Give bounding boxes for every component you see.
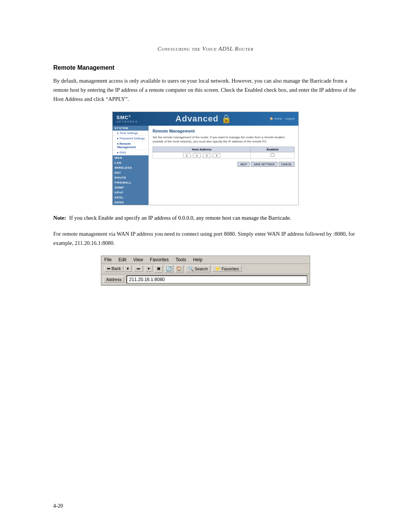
router-sidebar: SYSTEM ▸ Time Settings ▸ Password Settin… bbox=[113, 126, 149, 205]
router-screenshot: SMC® NETWORKS Advanced 🔒 🏠 Home Logout S… bbox=[112, 112, 299, 205]
browser-menubar: File Edit View Favorites Tools Help bbox=[101, 256, 310, 264]
nat-section-header: NAT bbox=[113, 170, 148, 175]
back-button[interactable]: ⬅ Back bbox=[104, 265, 124, 272]
chapter-title: Configuring the Voice ADSL Router bbox=[53, 46, 358, 52]
host-address-header: Host Address bbox=[153, 147, 251, 152]
refresh-icon[interactable]: 🔄 bbox=[165, 265, 173, 273]
ip-dot-1: . bbox=[191, 154, 192, 157]
section-heading: Remote Management bbox=[53, 64, 358, 71]
forward-dropdown[interactable]: ▾ bbox=[145, 265, 153, 272]
ip-octet-4[interactable] bbox=[213, 153, 220, 158]
chapter-title-text: Configuring the Voice ADSL Router bbox=[158, 46, 253, 52]
ip-octet-3[interactable] bbox=[203, 153, 210, 158]
page-container: Configuring the Voice ADSL Router Remote… bbox=[0, 0, 411, 532]
note-text: If you check Enable and specify an IP ad… bbox=[69, 214, 291, 223]
firewall-section-header: FIREWALL bbox=[113, 180, 148, 185]
page-number: 4-20 bbox=[53, 503, 63, 509]
paragraph-2: For remote management via WAN IP address… bbox=[53, 230, 358, 248]
smc-networks: NETWORKS bbox=[116, 120, 138, 123]
menu-file[interactable]: File bbox=[104, 257, 112, 262]
enabled-cell bbox=[251, 152, 295, 159]
ip-octet-1[interactable] bbox=[183, 153, 191, 158]
ddns-section-header: DDNS bbox=[113, 200, 148, 205]
search-label: Search bbox=[195, 267, 208, 271]
router-content: Remote Management Set the remote managem… bbox=[149, 126, 298, 205]
search-icon: 🔍 bbox=[188, 266, 194, 272]
browser-address-bar: Address bbox=[101, 274, 310, 285]
cancel-button[interactable]: CANCEL bbox=[279, 162, 295, 167]
sidebar-password-settings[interactable]: ▸ Password Settings bbox=[113, 136, 148, 141]
router-body: SYSTEM ▸ Time Settings ▸ Password Settin… bbox=[113, 126, 298, 205]
snmp-section-header: SNMP bbox=[113, 185, 148, 190]
paragraph-1: By default, management access is only av… bbox=[53, 77, 358, 104]
home-icon[interactable]: 🏠 bbox=[175, 265, 183, 273]
sidebar-time-settings[interactable]: ▸ Time Settings bbox=[113, 131, 148, 136]
host-address-table: Host Address Enabled . . bbox=[153, 147, 295, 159]
forward-button[interactable]: ⮕ bbox=[134, 266, 143, 272]
lan-section-header: LAN bbox=[113, 160, 148, 165]
home-link[interactable]: 🏠 Home bbox=[269, 117, 282, 120]
wireless-section-header: WIRELESS bbox=[113, 165, 148, 170]
note-section: Note: If you check Enable and specify an… bbox=[53, 214, 358, 223]
content-description: Set the remote management of the router.… bbox=[153, 135, 295, 144]
browser-toolbar: ⬅ Back ▾ ⮕ ▾ ✖ 🔄 🏠 🔍 Search ⭐ Favorites bbox=[101, 264, 310, 274]
back-button-group: ⬅ Back ▾ bbox=[104, 265, 132, 272]
content-buttons: HELP SAVE SETTINGS CANCEL bbox=[153, 162, 295, 167]
ip-dot-3: . bbox=[211, 154, 212, 157]
back-dropdown[interactable]: ▾ bbox=[124, 265, 132, 272]
sidebar-dns[interactable]: ▸ DNS bbox=[113, 150, 148, 155]
ip-field-group: . . . bbox=[155, 153, 249, 158]
wan-section-header: WAN bbox=[113, 155, 148, 160]
upnp-section-header: UPnP bbox=[113, 190, 148, 195]
ip-octet-2[interactable] bbox=[193, 153, 201, 158]
ip-fields-cell: . . . bbox=[153, 152, 251, 159]
adsl-section-header: ADSL bbox=[113, 195, 148, 200]
system-section-header: SYSTEM bbox=[113, 126, 148, 131]
address-label: Address bbox=[104, 276, 124, 283]
sidebar-remote-management[interactable]: ▸ Remote Management bbox=[113, 141, 148, 150]
logout-link[interactable]: Logout bbox=[285, 117, 295, 120]
star-icon: ⭐ bbox=[215, 266, 220, 271]
menu-view[interactable]: View bbox=[133, 257, 143, 262]
save-settings-button[interactable]: SAVE SETTINGS bbox=[251, 162, 277, 167]
menu-help[interactable]: Help bbox=[193, 257, 202, 262]
router-advanced-label: Advanced 🔒 bbox=[175, 114, 232, 124]
smc-logo: SMC® bbox=[116, 115, 138, 120]
enabled-checkbox[interactable] bbox=[271, 153, 274, 157]
ip-dot-2: . bbox=[201, 154, 202, 157]
browser-screenshot: File Edit View Favorites Tools Help ⬅ Ba… bbox=[101, 256, 310, 286]
route-section-header: ROUTE bbox=[113, 175, 148, 180]
router-header: SMC® NETWORKS Advanced 🔒 🏠 Home Logout bbox=[113, 112, 298, 126]
address-input[interactable] bbox=[126, 275, 307, 284]
content-title: Remote Management bbox=[153, 129, 295, 133]
smc-logo-area: SMC® NETWORKS bbox=[116, 115, 138, 123]
enabled-header: Enabled bbox=[251, 147, 295, 152]
search-button[interactable]: 🔍 Search bbox=[185, 265, 211, 272]
registered-symbol: ® bbox=[129, 115, 131, 117]
favorites-button[interactable]: ⭐ Favorites bbox=[212, 265, 241, 272]
menu-favorites[interactable]: Favorites bbox=[150, 257, 169, 262]
help-button[interactable]: HELP bbox=[237, 162, 250, 167]
favorites-label: Favorites bbox=[221, 267, 239, 271]
router-nav-links: 🏠 Home Logout bbox=[269, 117, 295, 120]
note-label: Note: bbox=[53, 214, 66, 223]
menu-tools[interactable]: Tools bbox=[175, 257, 186, 262]
menu-edit[interactable]: Edit bbox=[118, 257, 126, 262]
stop-icon[interactable]: ✖ bbox=[155, 265, 163, 273]
